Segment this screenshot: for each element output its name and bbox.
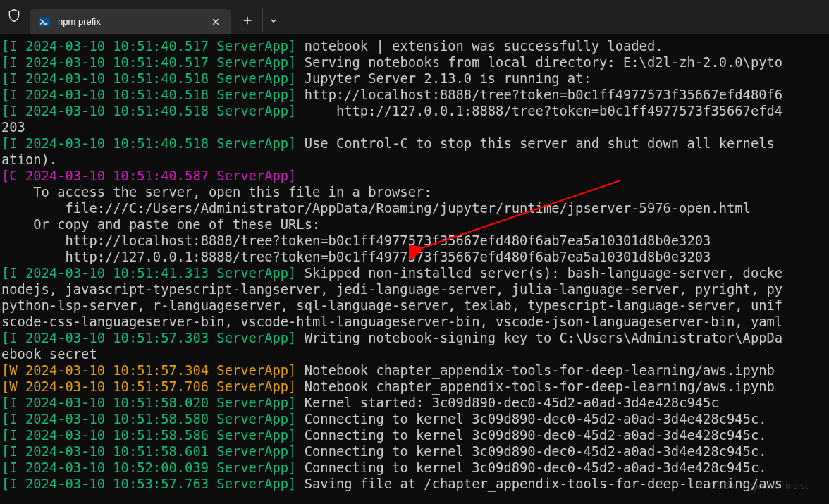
log-line: Or copy and paste one of these URLs: [1,216,829,233]
log-line: http://localhost:8888/tree?token=b0c1ff4… [1,233,829,249]
log-line: python-lsp-server, r-languageserver, sql… [1,297,829,314]
log-line: To access the server, open this file in … [1,184,829,200]
tab-title: npm prefix [58,16,209,27]
powershell-icon [38,16,51,28]
log-line: ation). [1,152,829,168]
log-line: [I 2024-03-10 10:51:40.518 ServerApp] Us… [1,135,829,152]
log-line: [I 2024-03-10 10:51:40.518 ServerApp] ht… [1,103,829,119]
log-line: [I 2024-03-10 10:51:57.303 ServerApp] Wr… [1,330,829,346]
log-line: [C 2024-03-10 10:51:40.587 ServerApp] [1,168,829,184]
log-line: [I 2024-03-10 10:51:58.601 ServerApp] Co… [1,443,829,460]
log-line: http://127.0.0.1:8888/tree?token=b0c1ff4… [1,249,829,265]
close-tab-button[interactable] [209,15,223,29]
log-line: [I 2024-03-10 10:51:58.586 ServerApp] Co… [1,427,829,443]
log-line: [I 2024-03-10 10:51:40.518 ServerApp] Ju… [1,70,829,87]
log-line: [W 2024-03-10 10:51:57.706 ServerApp] No… [1,379,829,395]
log-line: [I 2024-03-10 10:51:41.313 ServerApp] Sk… [1,265,829,281]
window-titlebar: npm prefix [0,0,829,34]
log-line: [I 2024-03-10 10:52:00.039 ServerApp] Co… [1,460,829,476]
shield-icon [7,8,24,25]
log-line: [I 2024-03-10 10:51:58.580 ServerApp] Co… [1,411,829,427]
log-line: [I 2024-03-10 10:53:57.763 ServerApp] Sa… [1,476,829,492]
log-line: 203 [1,119,829,135]
log-line: nodejs, javascript-typescript-langserver… [1,281,829,297]
log-line: file:///C:/Users/Administrator/AppData/R… [1,200,829,216]
tab-dropdown-button[interactable] [262,8,283,32]
terminal-tab[interactable]: npm prefix [30,9,231,34]
terminal-output[interactable]: [I 2024-03-10 10:51:40.517 ServerApp] no… [0,34,829,504]
log-line: [W 2024-03-10 10:51:57.304 ServerApp] No… [1,362,829,379]
log-line: [I 2024-03-10 10:51:40.517 ServerApp] Se… [1,54,829,70]
log-line: [I 2024-03-10 10:51:58.020 ServerApp] Ke… [1,395,829,411]
log-line: [I 2024-03-10 10:51:40.518 ServerApp] ht… [1,87,829,103]
new-tab-button[interactable] [235,8,259,32]
log-line: ebook_secret [1,346,829,362]
log-line: scode-css-languageserver-bin, vscode-htm… [1,314,829,330]
log-line: [I 2024-03-10 10:51:40.517 ServerApp] no… [1,38,829,54]
svg-rect-0 [39,17,51,27]
